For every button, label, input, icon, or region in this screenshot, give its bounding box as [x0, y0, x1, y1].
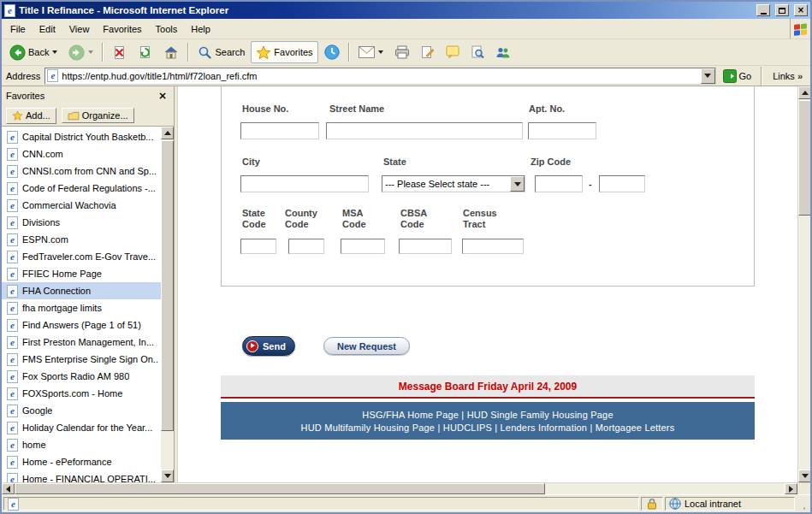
discuss-button[interactable] — [441, 41, 465, 63]
refresh-button[interactable] — [133, 41, 157, 63]
favorite-item[interactable]: eFFIEC Home Page — [2, 265, 161, 282]
address-input[interactable]: e https://entp.hud.gov/title1/html/f72lo… — [44, 68, 715, 85]
mail-dropdown-caret-icon[interactable] — [378, 50, 383, 54]
scrollbar-thumb[interactable] — [161, 140, 174, 431]
favorite-item[interactable]: ehome — [2, 436, 161, 453]
close-button[interactable]: × — [794, 4, 808, 16]
msa-code-input[interactable] — [341, 239, 385, 254]
stop-button[interactable] — [107, 41, 132, 63]
street-name-input[interactable] — [326, 122, 523, 139]
menu-file[interactable]: File — [3, 21, 33, 37]
favorite-item[interactable]: eFirst Preston Management, In... — [2, 334, 161, 351]
favorite-item[interactable]: eHoliday Calendar for the Year... — [2, 419, 161, 436]
edit-button[interactable] — [416, 41, 440, 63]
vertical-scrollbar[interactable] — [797, 86, 810, 482]
messenger-button[interactable] — [490, 41, 515, 63]
cbsa-code-input[interactable] — [399, 239, 452, 254]
footer-links-line1[interactable]: HSG/FHA Home Page | HUD Single Family Ho… — [221, 410, 755, 420]
apt-no-input[interactable] — [528, 122, 596, 139]
address-dropdown-button[interactable] — [701, 68, 715, 84]
menu-tools[interactable]: Tools — [149, 21, 185, 37]
main-area: Favorites × Add... Organize... eCapital … — [2, 86, 810, 482]
state-label: State — [383, 157, 406, 168]
favorite-item[interactable]: eCommercial Wachovia — [2, 197, 161, 214]
scroll-down-button[interactable] — [798, 470, 810, 482]
favorite-item-selected[interactable]: eFHA Connection — [2, 282, 161, 299]
scroll-left-button[interactable] — [2, 483, 15, 494]
zip-code-input[interactable] — [535, 175, 583, 192]
forward-icon — [68, 44, 85, 61]
favorite-item[interactable]: eFedTraveler.com E-Gov Trave... — [2, 248, 161, 265]
new-request-button[interactable]: New Request — [323, 337, 410, 355]
house-no-input[interactable] — [240, 122, 319, 139]
scroll-up-button[interactable] — [798, 86, 810, 99]
favorite-page-icon: e — [7, 353, 18, 366]
back-button[interactable]: Back — [4, 41, 62, 63]
research-button[interactable] — [465, 41, 489, 63]
footer-links-line2[interactable]: HUD Multifamily Housing Page | HUDCLIPS … — [221, 422, 755, 433]
scrollbar-thumb[interactable] — [15, 483, 545, 494]
scroll-up-button[interactable] — [161, 127, 174, 139]
favorite-item[interactable]: eFox Sports Radio AM 980 — [2, 368, 161, 385]
favorite-item[interactable]: eCode of Federal Regulations -... — [2, 180, 161, 197]
favorite-item[interactable]: eFMS Enterprise Single Sign On... — [2, 351, 161, 368]
menu-favorites[interactable]: Favorites — [96, 21, 148, 37]
search-button[interactable]: Search — [193, 41, 250, 63]
mail-button[interactable] — [353, 41, 388, 63]
favorite-item[interactable]: eHome - ePeformance — [2, 453, 161, 470]
favorite-item[interactable]: eESPN.com — [2, 231, 161, 248]
state-select[interactable]: --- Please Select state --- — [382, 175, 525, 192]
menu-view[interactable]: View — [62, 21, 97, 37]
links-button[interactable]: Links » — [769, 71, 806, 81]
favorite-item[interactable]: eCapital District Youth Basketb... — [2, 128, 161, 145]
favorite-item[interactable]: eFind Answers (Page 1 of 51) — [2, 316, 161, 334]
state-code-input[interactable] — [240, 239, 276, 254]
menu-edit[interactable]: Edit — [33, 21, 62, 37]
forward-dropdown-caret-icon[interactable] — [88, 50, 93, 54]
triangle-down-icon — [802, 474, 809, 482]
send-button[interactable]: Send — [242, 336, 295, 356]
county-code-input[interactable] — [288, 239, 324, 254]
favorite-page-icon: e — [7, 336, 18, 349]
favorite-item[interactable]: eCNNSI.com from CNN and Sp... — [2, 162, 161, 180]
menu-help[interactable]: Help — [184, 21, 217, 37]
zip-plus4-input[interactable] — [599, 175, 645, 192]
favorite-item[interactable]: eHome - FINANCIAL OPERATI... — [2, 470, 161, 482]
favorite-item[interactable]: eFOXSports.com - Home — [2, 385, 161, 402]
favorites-close-button[interactable]: × — [156, 90, 169, 103]
toolbar-separator — [348, 43, 350, 62]
city-input[interactable] — [240, 175, 369, 192]
favorite-page-icon: e — [7, 165, 18, 178]
favorites-scrollbar[interactable] — [161, 127, 174, 482]
city-label: City — [242, 157, 260, 168]
scroll-right-button[interactable] — [785, 483, 797, 494]
forward-button[interactable] — [63, 41, 98, 63]
go-button[interactable]: Go — [720, 68, 755, 84]
mail-icon — [359, 46, 375, 58]
horizontal-scrollbar[interactable] — [2, 482, 810, 494]
back-dropdown-caret-icon[interactable] — [52, 50, 57, 54]
home-button[interactable] — [158, 41, 184, 63]
favorite-page-icon: e — [7, 302, 18, 315]
print-button[interactable] — [389, 41, 415, 63]
resize-grip[interactable] — [797, 497, 809, 511]
address-url[interactable]: https://entp.hud.gov/title1/html/f72loan… — [62, 71, 696, 81]
favorite-page-icon: e — [7, 456, 18, 469]
favorite-item[interactable]: eCNN.com — [2, 145, 161, 162]
history-button[interactable] — [319, 41, 345, 63]
favorite-item[interactable]: eGoogle — [2, 402, 161, 419]
add-favorite-button[interactable]: Add... — [6, 108, 56, 124]
favorites-button[interactable]: Favorites — [251, 41, 317, 63]
census-tract-input[interactable] — [462, 239, 524, 254]
scroll-down-button[interactable] — [161, 470, 174, 482]
msa-code-label: MSA Code — [342, 208, 376, 230]
maximize-button[interactable] — [775, 4, 789, 16]
scrollbar-thumb[interactable] — [798, 100, 810, 216]
minimize-button[interactable] — [756, 4, 770, 16]
favorite-item[interactable]: eDivisions — [2, 214, 161, 231]
print-icon — [394, 45, 410, 59]
favorite-item[interactable]: efha mortgage limits — [2, 299, 161, 316]
favorite-page-icon: e — [7, 148, 18, 161]
select-dropdown-button[interactable] — [510, 176, 525, 192]
organize-favorites-button[interactable]: Organize... — [62, 108, 134, 123]
